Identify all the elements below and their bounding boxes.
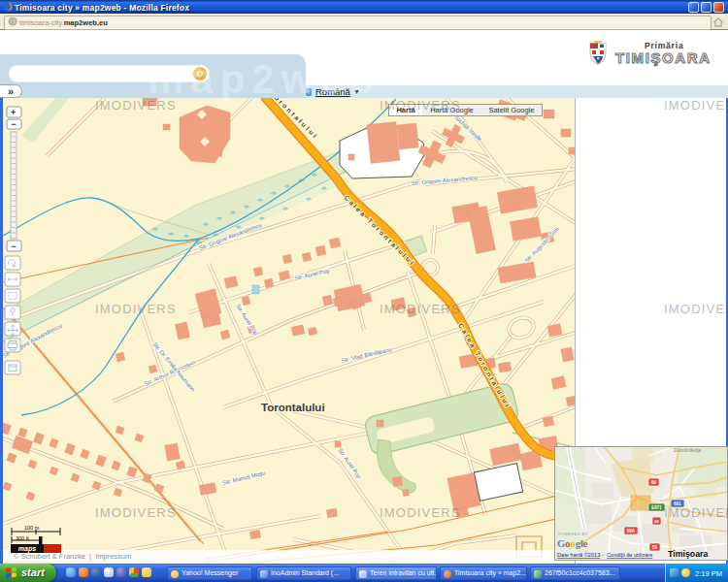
svg-text:300 ft: 300 ft — [16, 535, 29, 541]
svg-text:Google: Google — [557, 538, 588, 549]
svg-text:Date hartă ©2013: Date hartă ©2013 — [557, 552, 600, 558]
svg-text:59: 59 — [652, 545, 658, 550]
svg-text:−: − — [12, 242, 17, 251]
svg-text:59A: 59A — [627, 529, 636, 534]
svg-text:69: 69 — [651, 480, 657, 485]
svg-text:+: + — [11, 108, 16, 117]
svg-text:69: 69 — [654, 519, 659, 524]
svg-text:E671: E671 — [651, 505, 662, 510]
svg-text:Condiţii de utilizare: Condiţii de utilizare — [607, 552, 652, 558]
svg-text:-: - — [602, 552, 604, 558]
svg-text:Dumbrăviţa: Dumbrăviţa — [674, 447, 702, 453]
svg-text:−: − — [12, 119, 17, 129]
svg-text:Torontalului: Torontalului — [261, 402, 325, 413]
svg-text:100 m: 100 m — [24, 525, 40, 531]
svg-text:POWERED BY: POWERED BY — [558, 533, 588, 536]
svg-text:Timişoara: Timişoara — [668, 549, 709, 559]
